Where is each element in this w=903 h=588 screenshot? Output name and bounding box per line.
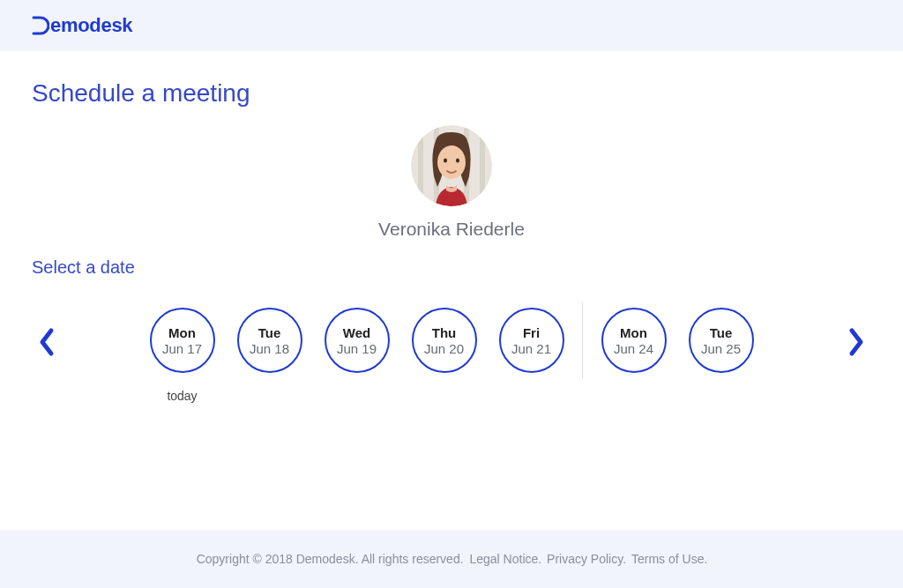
date-option[interactable]: Tue Jun 18 xyxy=(226,308,313,373)
week-divider xyxy=(582,302,583,378)
chevron-left-icon xyxy=(39,327,56,357)
date-month-day: Jun 25 xyxy=(701,341,741,356)
dates-row: Mon Jun 17 today Tue Jun 18 Wed Jun 19 xyxy=(138,308,765,403)
demodesk-d-icon xyxy=(32,16,49,35)
date-circle: Tue Jun 25 xyxy=(689,308,754,373)
date-month-day: Jun 18 xyxy=(250,341,289,356)
logo-text: emodesk xyxy=(50,14,132,37)
date-weekday: Wed xyxy=(343,324,370,342)
select-date-label: Select a date xyxy=(32,257,871,278)
app-header: emodesk xyxy=(0,0,903,51)
next-dates-button[interactable] xyxy=(847,327,864,357)
date-circle: Mon Jun 24 xyxy=(601,308,667,373)
date-option[interactable]: Mon Jun 24 xyxy=(590,308,677,373)
date-weekday: Tue xyxy=(710,324,733,342)
date-month-day: Jun 17 xyxy=(162,341,202,356)
date-option[interactable]: Tue Jun 25 xyxy=(677,308,765,373)
host-name: Veronika Riederle xyxy=(32,219,871,240)
date-weekday: Fri xyxy=(523,324,540,342)
terms-of-use-link[interactable]: Terms of Use. xyxy=(631,552,707,566)
legal-notice-link[interactable]: Legal Notice. xyxy=(469,552,541,566)
date-circle: Thu Jun 20 xyxy=(412,308,477,373)
copyright-text: Copyright © 2018 Demodesk. All rights re… xyxy=(197,552,464,566)
main-content: Schedule a meeting xyxy=(0,51,903,403)
svg-point-8 xyxy=(456,159,459,163)
footer: Copyright © 2018 Demodesk. All rights re… xyxy=(0,530,903,588)
date-picker: Mon Jun 17 today Tue Jun 18 Wed Jun 19 xyxy=(32,308,871,403)
page-title: Schedule a meeting xyxy=(32,79,871,108)
date-weekday: Mon xyxy=(620,324,647,342)
date-option[interactable]: Thu Jun 20 xyxy=(400,308,488,373)
chevron-right-icon xyxy=(847,327,864,357)
date-month-day: Jun 20 xyxy=(424,341,464,356)
date-weekday: Tue xyxy=(258,324,281,342)
date-option[interactable]: Fri Jun 21 xyxy=(488,308,575,373)
date-circle: Fri Jun 21 xyxy=(499,308,564,373)
date-weekday: Mon xyxy=(168,324,196,342)
date-month-day: Jun 21 xyxy=(511,341,551,356)
svg-point-6 xyxy=(437,145,466,179)
date-weekday: Thu xyxy=(432,324,457,342)
svg-rect-2 xyxy=(418,125,423,206)
today-label: today xyxy=(167,389,197,403)
date-circle: Wed Jun 19 xyxy=(325,308,390,373)
date-option[interactable]: Mon Jun 17 today xyxy=(138,308,226,403)
logo[interactable]: emodesk xyxy=(32,14,132,37)
svg-rect-5 xyxy=(480,125,485,206)
date-circle: Tue Jun 18 xyxy=(237,308,302,373)
date-month-day: Jun 24 xyxy=(614,341,653,356)
date-circle: Mon Jun 17 xyxy=(150,308,215,373)
host-avatar xyxy=(411,125,492,206)
previous-dates-button[interactable] xyxy=(39,327,56,357)
host-section: Veronika Riederle xyxy=(32,125,871,240)
date-option[interactable]: Wed Jun 19 xyxy=(313,308,400,373)
date-month-day: Jun 19 xyxy=(337,341,377,356)
svg-point-7 xyxy=(444,159,447,163)
privacy-policy-link[interactable]: Privacy Policy. xyxy=(547,552,626,566)
